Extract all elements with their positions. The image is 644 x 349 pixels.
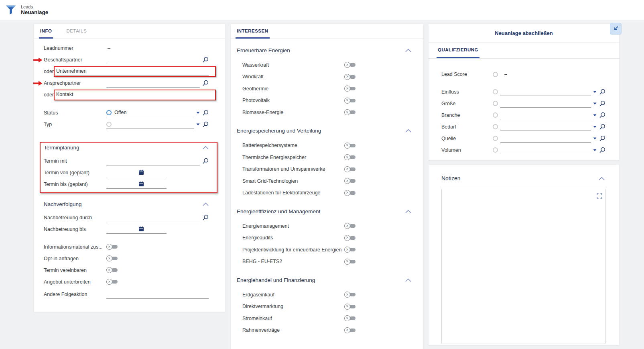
dock-corner-button[interactable] bbox=[610, 23, 622, 35]
status-radio-icon[interactable] bbox=[106, 110, 112, 115]
dropdown-input[interactable] bbox=[500, 100, 591, 108]
notes-header[interactable]: Notizen bbox=[429, 165, 619, 182]
search-icon[interactable] bbox=[599, 135, 605, 141]
radio-circle-icon[interactable] bbox=[493, 124, 498, 129]
toggle-off[interactable]: × bbox=[344, 74, 356, 80]
toggle-off[interactable]: × bbox=[344, 292, 356, 298]
interest-label: BEHG - EU-ETS2 bbox=[242, 259, 344, 264]
chevron-down-icon[interactable] bbox=[593, 137, 597, 140]
chevron-down-icon[interactable] bbox=[593, 91, 597, 93]
search-icon[interactable] bbox=[599, 124, 605, 130]
toggle-off[interactable]: × bbox=[344, 154, 356, 160]
calendar-icon[interactable] bbox=[138, 226, 144, 232]
toggle-off[interactable]: × bbox=[344, 304, 356, 310]
chevron-down-icon[interactable] bbox=[593, 102, 597, 105]
chevron-up-icon[interactable] bbox=[203, 202, 209, 206]
chevron-up-icon[interactable] bbox=[405, 210, 411, 213]
dropdown-input[interactable] bbox=[500, 135, 591, 143]
nachbetreuung-bis-input[interactable] bbox=[106, 225, 167, 234]
toggle-off[interactable]: × bbox=[344, 327, 356, 333]
chevron-down-icon[interactable] bbox=[593, 114, 597, 116]
toggle-off[interactable]: × bbox=[344, 109, 356, 115]
search-icon[interactable] bbox=[203, 110, 209, 116]
tab-details[interactable]: DETAILS bbox=[65, 24, 88, 39]
dropdown-input[interactable] bbox=[500, 88, 591, 96]
toggle-off[interactable]: × bbox=[344, 62, 356, 68]
chevron-up-icon[interactable] bbox=[405, 278, 411, 282]
search-icon[interactable] bbox=[599, 89, 605, 95]
radio-circle-icon[interactable] bbox=[493, 101, 498, 106]
toggle-off[interactable]: × bbox=[344, 143, 356, 149]
search-icon[interactable] bbox=[599, 147, 605, 153]
termin-bis-input[interactable] bbox=[106, 180, 167, 189]
typ-radio-icon[interactable] bbox=[106, 122, 112, 127]
interest-section-header[interactable]: Energiehandel und Finanzierung bbox=[237, 275, 411, 285]
tab-info[interactable]: INFO bbox=[39, 24, 53, 39]
neuanlage-abschliessen-button[interactable]: Neuanlage abschließen bbox=[429, 24, 619, 43]
status-select[interactable]: Offen bbox=[106, 108, 194, 117]
toggle-off[interactable]: × bbox=[344, 223, 356, 229]
followup-toggle-row: Opt-in anfragen× bbox=[44, 253, 209, 264]
typ-select[interactable] bbox=[106, 120, 194, 129]
interest-section-header[interactable]: Energiespeicherung und Verteilung bbox=[237, 126, 411, 136]
toggle-off[interactable]: × bbox=[344, 259, 356, 265]
tab-qualifizierung[interactable]: QUALIFZIERUNG bbox=[437, 43, 479, 58]
toggle-off[interactable]: × bbox=[344, 98, 356, 104]
calendar-icon[interactable] bbox=[138, 181, 144, 187]
geschaeftspartner-label: Geschäftspartner bbox=[44, 57, 106, 63]
fullscreen-expand-icon[interactable] bbox=[597, 193, 602, 199]
search-icon[interactable] bbox=[599, 112, 605, 118]
kontakt-input[interactable]: Kontakt bbox=[55, 90, 209, 99]
search-icon[interactable] bbox=[599, 100, 605, 106]
toggle-off[interactable]: × bbox=[106, 267, 118, 273]
interest-section-header[interactable]: Erneuerbare Energien bbox=[237, 45, 411, 55]
toggle-off[interactable]: × bbox=[344, 315, 356, 321]
toggle-off[interactable]: × bbox=[106, 255, 118, 261]
dropdown-input[interactable] bbox=[500, 111, 591, 119]
chevron-down-icon[interactable] bbox=[593, 126, 597, 128]
toggle-off[interactable]: × bbox=[344, 247, 356, 253]
interest-label: Stromeinkauf bbox=[242, 316, 344, 321]
dropdown-input[interactable] bbox=[500, 123, 591, 131]
terminplanung-section-header[interactable]: Terminplanung bbox=[44, 142, 209, 153]
search-icon[interactable] bbox=[203, 214, 209, 220]
search-icon[interactable] bbox=[203, 121, 209, 127]
chevron-down-icon[interactable] bbox=[593, 149, 597, 151]
chevron-up-icon[interactable] bbox=[405, 49, 411, 52]
toggle-off[interactable]: × bbox=[344, 190, 356, 196]
calendar-icon[interactable] bbox=[138, 169, 144, 175]
toggle-off[interactable]: × bbox=[344, 166, 356, 172]
nachverfolgung-section-header[interactable]: Nachverfolgung bbox=[44, 199, 209, 209]
interest-section: Erneuerbare EnergienWasserkraft×Windkraf… bbox=[237, 45, 411, 118]
search-icon[interactable] bbox=[203, 57, 209, 63]
tab-interessen[interactable]: INTERESSEN bbox=[236, 24, 270, 39]
chevron-up-icon[interactable] bbox=[203, 146, 209, 149]
andere-folgeaktion-input[interactable] bbox=[106, 290, 209, 299]
search-icon[interactable] bbox=[203, 80, 209, 86]
radio-circle-icon[interactable] bbox=[493, 89, 498, 94]
chevron-down-icon[interactable] bbox=[196, 123, 200, 126]
unternehmen-input[interactable]: Unternehmen bbox=[55, 67, 209, 76]
interest-section-header[interactable]: Energieefffizienz und Management bbox=[237, 206, 411, 216]
chevron-down-icon[interactable] bbox=[196, 112, 200, 114]
toggle-off[interactable]: × bbox=[106, 279, 118, 285]
toggle-off[interactable]: × bbox=[344, 86, 356, 92]
dropdown-input[interactable] bbox=[500, 146, 591, 154]
ansprechpartner-input[interactable] bbox=[106, 79, 200, 88]
nachbetreuung-durch-input[interactable] bbox=[106, 213, 200, 222]
chevron-up-icon[interactable] bbox=[405, 129, 411, 133]
termin-von-input[interactable] bbox=[106, 168, 167, 177]
geschaeftspartner-input[interactable] bbox=[106, 55, 200, 64]
termin-mit-input[interactable] bbox=[106, 157, 200, 165]
notes-textarea[interactable] bbox=[441, 189, 606, 343]
search-icon[interactable] bbox=[203, 158, 209, 164]
notes-title: Notizen bbox=[441, 175, 460, 182]
chevron-up-icon[interactable] bbox=[599, 177, 605, 180]
toggle-off[interactable]: × bbox=[344, 235, 356, 241]
toggle-off[interactable]: × bbox=[344, 178, 356, 184]
radio-circle-icon[interactable] bbox=[493, 136, 498, 141]
radio-circle-icon[interactable] bbox=[493, 112, 498, 118]
nachverfolgung-title: Nachverfolgung bbox=[44, 201, 82, 207]
toggle-off[interactable]: × bbox=[106, 244, 118, 250]
radio-circle-icon[interactable] bbox=[493, 147, 498, 153]
